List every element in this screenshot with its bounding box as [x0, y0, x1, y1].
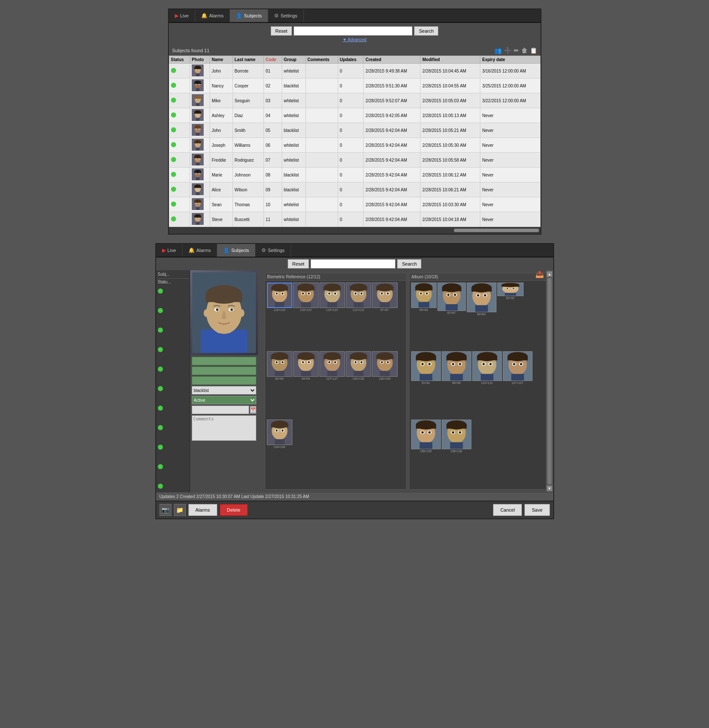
biometric-thumb[interactable] [372, 283, 398, 308]
biometric-thumb[interactable] [319, 351, 345, 377]
tab-alarms-1[interactable]: 🔔 Alarms [195, 9, 230, 22]
album-thumb-item[interactable]: 60×60 [411, 283, 437, 350]
table-row[interactable]: John Borrote 01 whitelist 0 2/28/2015 9:… [169, 64, 540, 78]
album-thumb[interactable] [467, 283, 496, 312]
add-group-icon[interactable]: 👥 [494, 47, 502, 54]
album-thumb[interactable] [472, 351, 502, 381]
table-row[interactable]: Mike Sesguin 03 whitelist 0 2/28/2015 9:… [169, 93, 540, 108]
firstname-input[interactable]: Steve [192, 357, 256, 365]
export-icon[interactable]: 📋 [530, 47, 537, 54]
biometric-thumb-item[interactable]: 110×110 [319, 283, 345, 350]
tab-live-1[interactable]: ▶ Live [169, 9, 195, 22]
reset-button-2[interactable]: Reset [288, 259, 309, 269]
biometric-thumb[interactable] [346, 351, 371, 377]
svg-rect-294 [446, 425, 467, 429]
alarms-button[interactable]: Alarms [188, 504, 217, 516]
scroll-up-btn[interactable]: ▲ [546, 271, 552, 277]
add-subject-icon[interactable]: ➕ [504, 47, 511, 54]
biometric-thumb-item[interactable]: 80×80 [267, 351, 292, 419]
group-cell: whitelist [282, 93, 305, 108]
comments-textarea[interactable] [192, 415, 256, 441]
save-button[interactable]: Save [524, 504, 549, 516]
search-button-2[interactable]: Search [397, 259, 421, 269]
table-row[interactable]: Marie Johnson 08 blacklist 0 2/28/2015 9… [169, 168, 540, 182]
table-row[interactable]: Ashley Diaz 04 whitelist 0 2/28/2015 9:4… [169, 108, 540, 123]
biometric-thumb-item[interactable]: 94×94 [293, 351, 319, 419]
album-thumb[interactable] [497, 283, 524, 296]
table-row[interactable]: Nancy Cooper 02 blacklist 0 2/28/2015 9:… [169, 78, 540, 93]
scroll-thumb[interactable] [547, 278, 552, 484]
album-thumb-item[interactable]: 158×126 [411, 420, 441, 487]
biometric-thumb[interactable] [319, 283, 345, 308]
album-thumb-item[interactable]: 91×81 [411, 351, 441, 419]
photo-cell [190, 108, 210, 123]
cancel-button[interactable]: Cancel [493, 504, 522, 516]
table-row[interactable]: Freddie Rodriguez 07 whitelist 0 2/28/20… [169, 153, 540, 168]
scroll-down-btn[interactable]: ▼ [546, 485, 552, 491]
table-row[interactable]: John Smith 05 blacklist 0 2/28/2015 9:42… [169, 123, 540, 138]
search-input-2[interactable] [311, 259, 395, 269]
search-button-1[interactable]: Search [414, 26, 438, 36]
scrollbar[interactable]: ▲ ▼ [546, 270, 553, 492]
code-input[interactable]: 12 [192, 376, 256, 385]
biometric-thumb[interactable] [267, 351, 292, 377]
biometric-thumb[interactable] [372, 351, 398, 377]
table-row[interactable]: Alice Wilson 09 blacklist 0 2/28/2015 9:… [169, 182, 540, 197]
album-thumb[interactable] [442, 420, 471, 449]
biometric-thumb-item[interactable]: 130×109 [372, 351, 398, 419]
delete-icon[interactable]: 🗑 [521, 47, 527, 54]
biometric-thumb[interactable] [346, 283, 371, 308]
album-thumb-item[interactable]: 122×112 [472, 351, 502, 419]
tab-settings-1[interactable]: ⚙ Settings [268, 9, 304, 22]
album-thumb[interactable] [442, 351, 471, 381]
tab-alarms-2[interactable]: 🔔 Alarms [182, 244, 217, 257]
album-thumb[interactable] [503, 351, 532, 381]
album-thumb[interactable] [437, 283, 466, 311]
search-input-1[interactable] [294, 26, 412, 36]
sidebar-status-dots [156, 285, 190, 492]
biometric-thumb-item[interactable]: 130×130 [346, 351, 371, 419]
expiry-calendar-button[interactable]: 📅 [250, 406, 256, 414]
album-thumb[interactable] [411, 420, 441, 449]
status-select[interactable]: ActiveInactive [192, 396, 256, 404]
tab-subjects-1[interactable]: 👤 Subjects [230, 9, 268, 22]
table-row[interactable]: Sean Thomas 10 whitelist 0 2/28/2015 9:4… [169, 197, 540, 212]
album-thumb-item[interactable]: 127×127 [503, 351, 532, 419]
advanced-link-1[interactable]: ▼ Advanced [342, 37, 367, 42]
svg-point-189 [354, 361, 356, 363]
tab-live-2[interactable]: ▶ Live [156, 244, 182, 257]
biometric-thumb-item[interactable]: 116×116 [267, 283, 292, 350]
export-album-icon[interactable]: 📤 [535, 270, 544, 278]
lastname-input[interactable]: Moore [192, 367, 256, 375]
album-thumb-item[interactable]: 84×84 [467, 283, 496, 350]
folder-icon[interactable]: 📁 [174, 504, 186, 516]
biometric-thumb[interactable] [293, 283, 319, 308]
album-face-svg [412, 420, 440, 449]
table-row[interactable]: Joseph Williams 06 whitelist 0 2/28/2015… [169, 138, 540, 153]
edit-icon[interactable]: ✏ [514, 47, 519, 54]
album-thumb-item[interactable]: 158×130 [442, 420, 471, 487]
expiry-input[interactable] [192, 406, 249, 414]
album-thumb-item[interactable]: 88×98 [442, 351, 471, 419]
biometric-thumb-item[interactable]: 127×127 [319, 351, 345, 419]
album-thumb-item[interactable]: 62×32 [497, 283, 524, 350]
biometric-thumb-item[interactable]: 134×106 [267, 420, 292, 487]
group-select[interactable]: whitelistblacklistgraylist [192, 386, 256, 395]
reset-button-1[interactable]: Reset [271, 26, 292, 36]
tab-settings-2[interactable]: ⚙ Settings [255, 244, 291, 257]
biometric-thumb-item[interactable]: 87×87 [372, 283, 398, 350]
svg-rect-40 [196, 133, 199, 136]
biometric-thumb-item[interactable]: 116×110 [293, 283, 319, 350]
biometric-thumb-item[interactable]: 112×112 [346, 283, 371, 350]
album-thumb[interactable] [411, 283, 437, 308]
tab-subjects-2[interactable]: 👤 Subjects [217, 244, 255, 257]
biometric-thumb[interactable] [267, 420, 292, 445]
table-row[interactable]: Steve Buscetti 11 whitelist 0 2/28/2015 … [169, 212, 540, 227]
album-thumb[interactable] [411, 351, 441, 381]
comments-cell [305, 153, 338, 168]
biometric-thumb[interactable] [267, 283, 292, 308]
biometric-thumb[interactable] [293, 351, 319, 377]
delete-button[interactable]: Delete [220, 504, 248, 516]
camera-icon[interactable]: 📷 [160, 504, 171, 516]
album-thumb-item[interactable]: 67×67 [437, 283, 466, 350]
